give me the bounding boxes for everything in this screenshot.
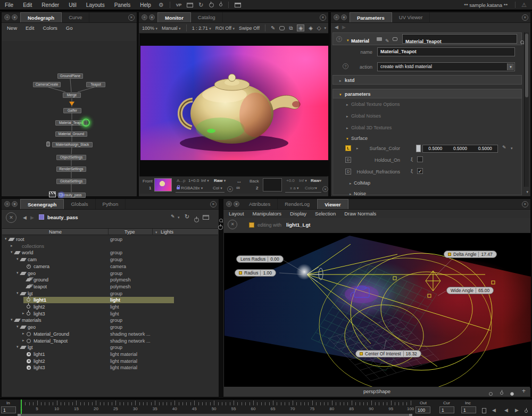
group-global-texture-options[interactable]: Global Texture Options [351,102,400,107]
expander-icon[interactable]: ▸ [346,126,348,130]
tab-uv-viewer[interactable]: UV Viewer [392,12,430,22]
name-field[interactable]: Material_Teapot [377,47,515,56]
vp-toggle[interactable]: VP [176,3,182,7]
tab-viewer[interactable]: Viewer [317,199,348,209]
range-end-handle[interactable] [409,414,412,416]
power-icon[interactable] [218,225,223,230]
prev-key-icon[interactable]: ◀ [492,407,496,413]
holdout-on-checkbox[interactable] [417,156,423,162]
node-materialassign-stack[interactable]: MaterialAssign_Stack [52,142,93,147]
close-icon[interactable]: ✕ [522,201,528,207]
menu-util[interactable]: Util [64,1,81,10]
hud-delta-angle[interactable]: Delta Angle17.47 [444,251,497,258]
tree-row-light1-17[interactable]: light1light material [2,351,218,358]
expander-icon[interactable]: ▸ [339,77,342,85]
expander-open-icon[interactable]: ▾ [16,271,19,275]
nodegraph-canvas[interactable]: GroundPlaneCameraCreateTeapotMergeGaffer… [2,41,136,196]
layers-icon[interactable]: ⧉ [289,25,293,31]
tree-row-lgt-16[interactable]: ▾lgtgroup [2,344,218,351]
back-exposure[interactable]: +0.0 [286,178,295,183]
frame-label-5[interactable]: 5 [36,406,38,411]
tree-row-light3-11[interactable]: ▸light3light [2,311,218,318]
tree-row-light2-18[interactable]: light2light material [2,358,218,365]
render-queue-icon[interactable] [235,3,241,7]
next-key-icon[interactable] [525,409,528,414]
nodegraph-menu-edit[interactable]: Edit [26,25,34,31]
node-groundplane[interactable]: GroundPlane [57,73,83,79]
tab-renderlog[interactable]: RenderLog [278,199,317,209]
value-state-icon[interactable]: ξ [411,157,413,162]
stop-editing-icon[interactable]: ✕ [228,220,237,229]
menu-file[interactable]: File [0,1,18,10]
expander-open-icon[interactable]: ▾ [5,237,7,241]
tab-menu-button[interactable]: ▾ [234,201,239,207]
help-icon[interactable]: ? [336,36,342,42]
roi-dropdown[interactable]: ROI Off ▾ [215,26,235,31]
front-clear-icon[interactable]: ✕ [227,186,233,192]
swipe-toggle[interactable]: Swipe Off [239,26,260,31]
node-teapot[interactable]: Teapot [86,82,105,87]
add-tab-button[interactable]: + [334,14,339,20]
holdout-refractions-checkbox[interactable]: ✓ [417,168,423,174]
monitor-image-area[interactable] [139,34,328,176]
inc-field[interactable]: 1 [461,406,476,413]
menu-render[interactable]: Render [37,1,64,10]
tree-row-material-teapot-15[interactable]: ▸Material_Teapotshading network ... [2,338,218,345]
expander-open-icon[interactable]: ▾ [11,318,13,322]
in-field[interactable]: 1 [1,406,16,413]
tab-nodegraph[interactable]: Nodegraph [20,12,62,22]
nodegraph-menu-go[interactable]: Go [66,25,73,31]
frame-label-40[interactable]: 40 [172,406,177,411]
frame-label-20[interactable]: 20 [94,406,98,411]
hud-value[interactable]: 17.47 [481,252,492,257]
expander-open-icon[interactable]: ▾ [16,325,19,329]
expander-icon[interactable]: ▸ [350,192,352,196]
tab-catalog[interactable]: Catalog [191,12,223,22]
lights-filter-icon[interactable]: ▾ [155,230,157,235]
close-icon[interactable]: ✕ [522,14,528,21]
swap-views-icon[interactable]: ↔ [236,178,242,184]
tab-curve[interactable]: Curve [62,12,89,22]
front-thumbnail[interactable] [154,178,172,192]
back-raw-dropdown[interactable]: Raw▾ [311,178,321,183]
expander-closed-icon[interactable]: ▸ [22,331,24,336]
hud-value[interactable]: 18.32 [406,351,417,356]
tree-row-teapot-7[interactable]: teapotpolymesh [2,284,218,290]
back-thumbnail[interactable] [263,178,282,192]
tree-row-cam-3[interactable]: ▾camgroup [2,256,218,263]
node-rendersettings[interactable]: RenderSettings [56,167,86,172]
range-start-handle[interactable] [18,414,21,416]
comment-bubble-icon[interactable] [279,26,285,30]
viewer-menu-manipulators[interactable]: Manipulators [253,211,281,217]
menu-help[interactable]: Help [135,1,156,10]
hud-value[interactable]: 0.00 [270,256,279,262]
group-global-3d-textures[interactable]: Global 3D Textures [351,125,392,130]
expander-icon[interactable]: ▾ [347,35,349,46]
frame-label-80[interactable]: 80 [329,406,334,411]
tab-attributes[interactable]: Attributes [242,199,278,209]
front-filter-dropdown[interactable]: Inf ▾ [201,178,209,183]
key-page-icon[interactable] [482,408,486,413]
history-back-icon[interactable]: ◀ [335,24,338,30]
back-channels-dropdown[interactable]: x a ▾ [290,186,298,190]
node-objectsettings[interactable]: ObjectSettings [56,155,86,160]
ratio-dropdown[interactable]: 1 : 2.71 ▾ [192,26,211,31]
hud-value[interactable]: 65.00 [478,288,489,293]
annotate-pen-icon[interactable]: ✎ [271,25,275,31]
expander-open-icon[interactable]: ▾ [16,257,19,261]
frame-label-35[interactable]: 35 [153,406,157,411]
frame-label-95[interactable]: 95 [388,406,393,411]
dropdown-arrow-icon[interactable]: ▾ [511,146,513,151]
close-icon[interactable]: ✕ [210,201,217,207]
badge-icon[interactable] [377,37,382,41]
frame-label-10[interactable]: 10 [54,406,59,411]
hud-lens-radius[interactable]: Lens Radius0.00 [236,255,284,263]
surface-color-values[interactable]: 0.5000 0.5000 0.5000 [422,145,498,153]
add-tab-button[interactable]: + [142,14,147,20]
frame-label-85[interactable]: 85 [349,406,354,411]
expander-open-icon[interactable]: ▾ [11,250,13,254]
local-state-badge[interactable]: L [345,145,351,151]
tree-row-geo-5[interactable]: ▾geogroup [2,270,218,277]
expander-closed-icon[interactable]: ▸ [22,338,24,343]
camera-name-label[interactable]: perspShape [363,388,390,394]
